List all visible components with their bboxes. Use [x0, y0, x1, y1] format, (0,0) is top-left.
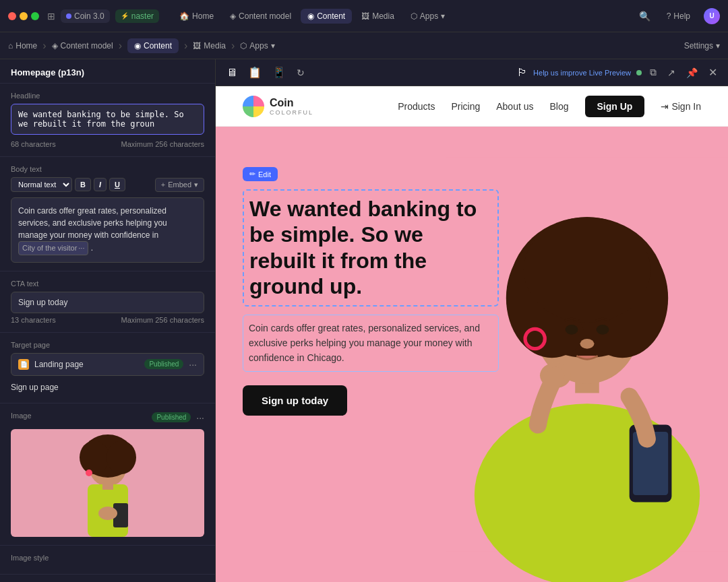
image-style-label: Image style — [11, 554, 204, 562]
content-model-breadcrumb-label: Content model — [61, 41, 113, 51]
maximize-window[interactable] — [31, 12, 39, 20]
settings-link[interactable]: Settings ▾ — [684, 41, 720, 51]
hero-body: Coin cards offer great rates, personaliz… — [249, 321, 493, 366]
body-text-content: Coin cards offer great rates, personaliz… — [18, 206, 167, 240]
bold-button[interactable]: B — [75, 178, 91, 191]
image-label: Image — [11, 412, 32, 420]
brand-label: Coin 3.0 — [74, 11, 104, 21]
tab-content[interactable]: ◉ Content — [301, 9, 352, 24]
window-controls — [8, 12, 39, 20]
external-link-button[interactable]: ↗ — [665, 65, 678, 81]
logo-sub: COLORFUL — [270, 109, 313, 116]
signup-page-link[interactable]: Sign up page — [11, 380, 204, 395]
preview-toolbar-right: 🏳 Help us improve Live Preview ⧉ ↗ 📌 ✕ — [517, 63, 720, 82]
body-text-toolbar: Normal text Heading 1 Heading 2 B I U + … — [11, 177, 204, 192]
cta-char-num: 13 characters — [11, 316, 56, 324]
body-text-area[interactable]: Coin cards offer great rates, personaliz… — [11, 197, 204, 263]
pin-button[interactable]: 📌 — [684, 65, 700, 81]
tab-home-label: Home — [192, 11, 214, 21]
home-breadcrumb[interactable]: ⌂ Home — [8, 41, 37, 51]
italic-button[interactable]: I — [94, 178, 107, 191]
tab-content-model-label: Content model — [239, 11, 291, 21]
apps-breadcrumb-icon: ⬡ — [240, 41, 247, 51]
embed-label: Embed — [168, 181, 191, 189]
help-button[interactable]: ? Help — [661, 9, 696, 24]
tab-media[interactable]: 🖼 Media — [355, 9, 401, 24]
nav-blog[interactable]: Blog — [549, 101, 568, 112]
hero-section: ✏ Edit We wanted banking to be simple. S… — [216, 127, 728, 582]
svg-point-8 — [98, 507, 117, 520]
underline-button[interactable]: U — [109, 178, 125, 191]
hero-headline-box[interactable]: We wanted banking to be simple. So we re… — [243, 189, 499, 306]
naster-label: naster — [131, 11, 154, 21]
user-avatar[interactable]: U — [704, 8, 720, 24]
search-button[interactable]: 🔍 — [636, 8, 653, 24]
nav-about[interactable]: About us — [496, 101, 533, 112]
tablet-device-button[interactable]: 📋 — [245, 63, 264, 82]
body-text-suffix: . — [91, 243, 93, 253]
edit-label: Edit — [258, 170, 271, 179]
close-preview-button[interactable]: ✕ — [706, 63, 720, 82]
tab-apps-label: Apps — [420, 11, 438, 21]
hero-cta-button[interactable]: Sign up today — [243, 385, 347, 416]
nav-signup-button[interactable]: Sign Up — [585, 96, 645, 117]
inline-tag-more[interactable]: ··· — [78, 243, 84, 254]
panel-title-text: Homepage (p13n) — [11, 67, 84, 77]
nav-tabs: 🏠 Home ◈ Content model ◉ Content 🖼 Media… — [173, 9, 452, 24]
headline-input[interactable]: We wanted banking to be simple. So we re… — [11, 104, 204, 135]
apps-breadcrumb[interactable]: ⬡ Apps ▾ — [240, 41, 274, 51]
landing-page-item[interactable]: 📄 Landing page Published ··· — [11, 353, 204, 376]
media-breadcrumb-label: Media — [204, 41, 226, 51]
embed-chevron: ▾ — [194, 181, 198, 189]
embed-button[interactable]: + Embed ▾ — [155, 178, 204, 192]
top-bar-right: 🔍 ? Help U — [636, 8, 720, 24]
svg-point-17 — [524, 217, 650, 323]
second-bar-left: ⌂ Home › ◈ Content model › ◉ Content › 🖼… — [8, 38, 679, 53]
landing-page-more[interactable]: ··· — [189, 359, 197, 370]
copy-button[interactable]: ⧉ — [647, 64, 659, 81]
nav-pricing[interactable]: Pricing — [451, 101, 480, 112]
brand-dot — [66, 13, 71, 19]
svg-point-3 — [80, 441, 109, 474]
media-breadcrumb[interactable]: 🖼 Media — [193, 41, 226, 51]
site-nav-links: Products Pricing About us Blog Sign Up ⇥… — [398, 96, 701, 117]
hero-headline: We wanted banking to be simple. So we re… — [249, 196, 492, 300]
nav-signin-link[interactable]: ⇥ Sign In — [661, 101, 701, 112]
content-breadcrumb-icon: ◉ — [134, 41, 141, 51]
content-breadcrumb-active[interactable]: ◉ Content — [127, 38, 179, 53]
hero-body-box[interactable]: Coin cards offer great rates, personaliz… — [243, 315, 499, 372]
edit-badge[interactable]: ✏ Edit — [243, 167, 278, 181]
nav-products[interactable]: Products — [398, 101, 435, 112]
content-model-breadcrumb[interactable]: ◈ Content model — [52, 41, 113, 51]
desktop-device-button[interactable]: 🖥 — [224, 64, 240, 82]
content-icon: ◉ — [307, 11, 314, 21]
naster-chip[interactable]: ⚡ naster — [115, 9, 159, 23]
headline-label: Headline — [11, 92, 204, 100]
breadcrumb-sep-1: › — [42, 40, 46, 52]
body-text-label: Body text — [11, 165, 204, 173]
tab-home[interactable]: 🏠 Home — [173, 9, 220, 24]
close-window[interactable] — [8, 12, 16, 20]
signin-label: Sign In — [671, 101, 701, 112]
mobile-device-button[interactable]: 📱 — [270, 63, 289, 82]
brand-chip[interactable]: Coin 3.0 — [61, 9, 110, 23]
inline-tag[interactable]: City of the visitor ··· — [18, 241, 88, 255]
improve-link[interactable]: Help us improve Live Preview — [533, 69, 631, 77]
target-page-label: Target page — [11, 341, 204, 349]
second-bar: ⌂ Home › ◈ Content model › ◉ Content › 🖼… — [0, 32, 728, 59]
help-icon: ? — [667, 11, 671, 21]
tab-media-label: Media — [372, 11, 394, 21]
tab-apps[interactable]: ⬡ Apps ▾ — [404, 9, 452, 24]
settings-label: Settings — [684, 41, 713, 51]
cta-value[interactable]: Sign up today — [11, 292, 204, 313]
image-more-button[interactable]: ··· — [196, 412, 204, 423]
format-select[interactable]: Normal text Heading 1 Heading 2 — [11, 177, 72, 192]
tab-content-model[interactable]: ◈ Content model — [223, 9, 298, 24]
apps-icon: ⬡ — [411, 11, 417, 21]
left-panel: Homepage (p13n) Headline We wanted banki… — [0, 59, 216, 582]
target-page-section: Target page 📄 Landing page Published ···… — [0, 333, 215, 403]
refresh-button[interactable]: ↻ — [294, 65, 307, 81]
minimize-window[interactable] — [20, 12, 28, 20]
image-header: Image Published ··· — [11, 412, 204, 424]
media-breadcrumb-icon: 🖼 — [193, 41, 201, 51]
